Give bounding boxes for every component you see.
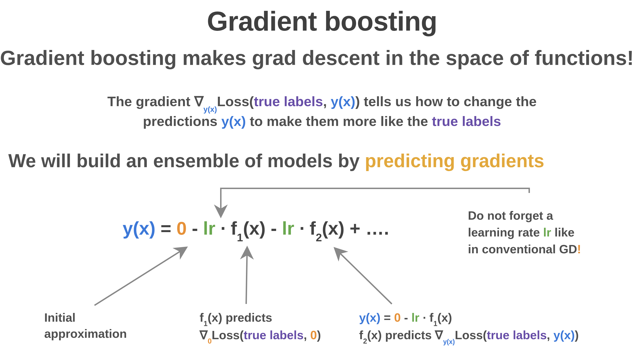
- subscript-0: 0: [208, 337, 212, 345]
- lr: lr: [543, 226, 551, 239]
- text: (x) predicts ∇: [367, 328, 443, 342]
- arrow-initial: [94, 249, 184, 305]
- text: learning rate: [468, 226, 543, 239]
- text: -: [401, 311, 412, 324]
- text: Loss(: [212, 328, 244, 342]
- subscript-1: 1: [204, 320, 208, 328]
- text: f: [200, 311, 204, 324]
- text: to make them more like the: [246, 113, 432, 129]
- yx: y(x): [359, 311, 380, 324]
- subscript-2: 2: [363, 337, 367, 345]
- text: like: [551, 226, 574, 239]
- zero: 0: [176, 218, 187, 239]
- text: predictions: [143, 113, 221, 129]
- lr: lr: [203, 218, 215, 239]
- lr: lr: [282, 218, 294, 239]
- text: =: [380, 311, 394, 324]
- text: (x) predicts: [208, 311, 272, 324]
- text: (x) -: [243, 218, 282, 239]
- text: Initial: [44, 310, 127, 326]
- text: (x): [438, 311, 452, 324]
- page-title: Gradient boosting: [0, 5, 644, 37]
- text: =: [155, 218, 176, 239]
- main-formula: y(x) = 0 - lr · f1(x) - lr · f2(x) + ….: [122, 218, 389, 241]
- text: ) tells us how to change the: [355, 94, 536, 109]
- text: in conventional GD: [468, 243, 577, 256]
- note-initial-approx: Initial approximation: [44, 310, 127, 342]
- subscript-2: 2: [316, 231, 322, 244]
- slide: Gradient boosting Gradient boosting make…: [0, 0, 644, 350]
- yx: y(x): [122, 218, 155, 239]
- exclamation: !: [577, 243, 581, 256]
- text: · f: [294, 218, 316, 239]
- text: ,: [304, 328, 310, 342]
- subscript-1: 1: [433, 320, 437, 328]
- text: We will build an ensemble of models by: [8, 150, 365, 171]
- yx: y(x): [331, 94, 356, 109]
- note-f1: f1(x) predicts ∇0Loss(true labels, 0): [200, 310, 321, 344]
- text: Loss(: [217, 94, 254, 109]
- text: ,: [547, 328, 554, 342]
- text: (x) + ….: [322, 218, 389, 239]
- text: approximation: [44, 326, 127, 342]
- gradient-explanation: The gradient ∇y(x)Loss(true labels, y(x)…: [0, 92, 644, 131]
- nabla: ∇: [200, 328, 208, 342]
- arrow-f2: [336, 250, 392, 304]
- lr: lr: [412, 311, 420, 324]
- text: · f: [420, 311, 434, 324]
- predicting-gradients: predicting gradients: [365, 150, 544, 171]
- text: ): [574, 328, 578, 342]
- true-labels: true labels: [244, 328, 304, 342]
- yx: y(x): [554, 328, 574, 342]
- true-labels: true labels: [487, 328, 547, 342]
- text: The gradient ∇: [108, 94, 204, 109]
- subscript-1: 1: [237, 231, 243, 244]
- subscript-yx: y(x): [204, 105, 217, 113]
- arrow-f1: [246, 250, 247, 304]
- subtitle: Gradient boosting makes grad descent in …: [0, 46, 644, 70]
- text: Do not forget a: [468, 207, 629, 224]
- text: · f: [215, 218, 237, 239]
- ensemble-line: We will build an ensemble of models by p…: [8, 150, 544, 172]
- yx: y(x): [221, 113, 246, 129]
- note-learning-rate: Do not forget a learning rate lr like in…: [468, 207, 629, 257]
- note-f2: y(x) = 0 - lr · f1(x) f2(x) predicts ∇y(…: [359, 310, 579, 344]
- true-labels: true labels: [432, 113, 501, 129]
- zero: 0: [394, 311, 401, 324]
- text: f: [359, 328, 363, 342]
- true-labels: true labels: [254, 94, 323, 109]
- subscript-yx: y(x): [443, 338, 455, 346]
- text: Loss(: [455, 328, 487, 342]
- text: -: [187, 218, 203, 239]
- text: ,: [323, 94, 330, 109]
- zero: 0: [310, 328, 317, 342]
- text: ): [317, 328, 321, 342]
